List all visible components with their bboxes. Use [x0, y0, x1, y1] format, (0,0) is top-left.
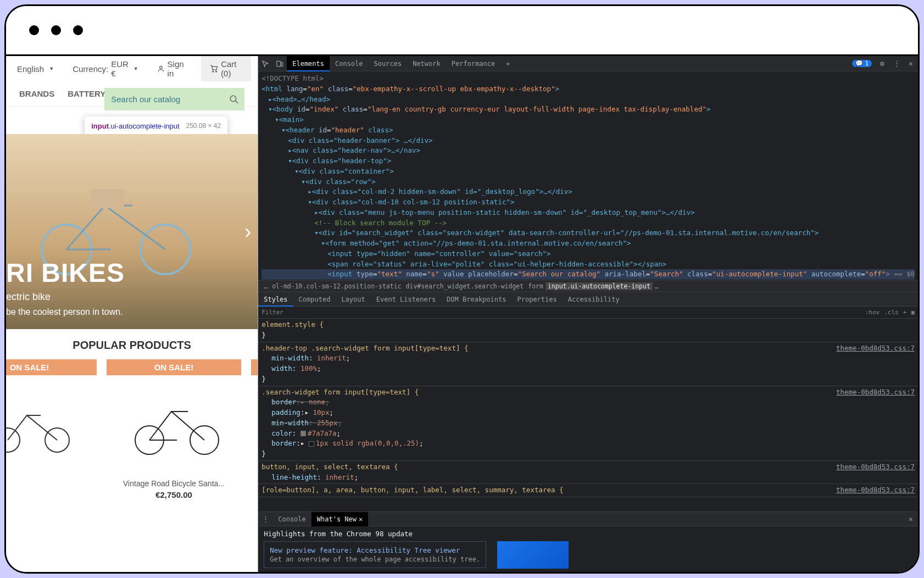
tab-more[interactable]: »	[500, 56, 515, 71]
tooltip-tag: input	[91, 122, 109, 130]
feature-title: New preview feature: Accessibility Tree …	[270, 546, 480, 554]
traffic-light-max[interactable]	[73, 25, 83, 35]
tooltip-class: .ui-autocomplete-input	[109, 122, 180, 130]
hero-banner: RI BIKES ectric bike be the coolest pers…	[6, 134, 258, 329]
window-titlebar	[6, 6, 918, 54]
cart-label: Cart (0)	[221, 59, 242, 78]
styles-tabbar: Styles Computed Layout Event Listeners D…	[258, 292, 918, 307]
product-name: Vintage Road Bicycle Santa...	[251, 479, 258, 488]
tab-properties[interactable]: Properties	[511, 292, 562, 307]
devtools-drawer: ⋮ Console What's New✕ ✕ Highlights from …	[258, 512, 918, 572]
tooltip-dims: 250.08 × 42	[186, 122, 221, 130]
carousel-next-button[interactable]: ›	[244, 220, 251, 243]
tab-computed[interactable]: Computed	[293, 292, 336, 307]
styles-filter-bar: Filter :hov .cls + ▣	[258, 307, 918, 319]
tab-console[interactable]: Console	[330, 56, 369, 71]
devtools-pane: Elements Console Sources Network Perform…	[258, 56, 918, 572]
feature-card[interactable]: New preview feature: Accessibility Tree …	[264, 541, 486, 568]
product-price: €2,750.00	[107, 490, 241, 499]
filter-input[interactable]: Filter	[261, 309, 283, 316]
drawer-close-button[interactable]: ✕	[904, 512, 918, 526]
signin-link[interactable]: Sign in	[153, 56, 191, 81]
hero-tagline: be the coolest person in town.	[6, 307, 123, 317]
tab-accessibility[interactable]: Accessibility	[563, 292, 625, 307]
search-widget	[104, 88, 244, 110]
cart-icon	[210, 63, 218, 74]
search-icon[interactable]	[229, 95, 239, 104]
svg-point-3	[230, 96, 236, 102]
inspect-element-button[interactable]	[258, 57, 272, 71]
product-name: Vintage Road Bicycle Santa...	[107, 479, 241, 488]
tab-sources[interactable]: Sources	[369, 56, 408, 71]
tab-styles[interactable]: Styles	[258, 292, 293, 307]
tab-dombreak[interactable]: DOM Breakpoints	[441, 292, 511, 307]
styles-panel[interactable]: element.style { } theme-0bd8d53.css:7 .h…	[258, 319, 918, 512]
device-toolbar-button[interactable]	[272, 57, 287, 71]
tab-network[interactable]: Network	[407, 56, 446, 71]
source-link[interactable]: theme-0bd8d53.css:7	[836, 343, 915, 354]
product-card[interactable]: ON SALE! Vintage Road Bicycle Santa... €…	[251, 359, 258, 499]
drawer-tab-console[interactable]: Console	[272, 512, 311, 526]
currency-selector[interactable]: Currency: EUR €	[68, 56, 143, 81]
kebab-menu-button[interactable]: ⋮	[889, 57, 904, 71]
whatsnew-heading: Highlights from the Chrome 98 update	[264, 530, 912, 538]
svg-point-0	[159, 66, 162, 69]
sale-badge: ON SALE!	[107, 359, 241, 375]
popular-heading: POPULAR PRODUCTS	[6, 339, 258, 352]
product-card[interactable]: ON SALE! Vintage Road Bicycle Santa... €…	[107, 359, 241, 499]
website-pane: English Currency: EUR € Sign in Cart (0)…	[6, 56, 258, 572]
tab-events[interactable]: Event Listeners	[371, 292, 441, 307]
new-rule-button[interactable]: +	[903, 309, 907, 316]
tab-elements[interactable]: Elements	[287, 56, 330, 71]
hov-toggle[interactable]: :hov	[865, 309, 880, 316]
currency-value: EUR €	[111, 59, 129, 78]
product-price: €1,790.00	[251, 490, 258, 499]
breadcrumb[interactable]: … ol-md-10.col-sm-12.position-static div…	[258, 280, 918, 292]
traffic-light-close[interactable]	[29, 25, 39, 35]
bike-thumb-icon	[6, 393, 76, 454]
dom-tree[interactable]: <!DOCTYPE html> <html lang="en" class="e…	[258, 71, 918, 280]
tab-performance[interactable]: Performance	[446, 56, 500, 71]
close-devtools-button[interactable]: ✕	[904, 57, 918, 71]
cart-link[interactable]: Cart (0)	[201, 56, 251, 81]
traffic-light-min[interactable]	[51, 25, 61, 35]
bike-thumb-icon	[122, 391, 226, 457]
svg-point-2	[215, 71, 216, 72]
drawer-menu-button[interactable]: ⋮	[258, 512, 272, 526]
currency-label: Currency:	[73, 64, 108, 74]
search-input[interactable]	[104, 88, 244, 110]
product-card[interactable]: ON SALE!	[6, 359, 97, 499]
svg-rect-7	[91, 189, 124, 208]
svg-rect-16	[277, 61, 281, 66]
drawer-tab-whatsnew[interactable]: What's New✕	[311, 512, 368, 526]
feature-desc: Get an overview of the whole page access…	[270, 555, 480, 563]
source-link[interactable]: theme-0bd8d53.css:7	[836, 485, 915, 496]
user-icon	[157, 64, 165, 74]
hero-subtitle: ectric bike	[6, 291, 51, 303]
top-utility-bar: English Currency: EUR € Sign in Cart (0)	[6, 56, 258, 81]
source-link[interactable]: theme-0bd8d53.css:7	[836, 462, 915, 473]
sale-badge: ON SALE!	[6, 359, 97, 375]
dom-selected-node[interactable]: <input type="text" name="s" value placeh…	[261, 269, 915, 280]
devtools-tabbar: Elements Console Sources Network Perform…	[258, 56, 918, 71]
svg-line-4	[235, 101, 238, 103]
settings-button[interactable]: ⚙	[875, 57, 889, 71]
box-model-icon[interactable]: ▣	[911, 309, 915, 316]
source-link[interactable]: theme-0bd8d53.css:7	[836, 387, 915, 398]
issues-badge[interactable]: 💬1	[852, 60, 872, 67]
cls-toggle[interactable]: .cls	[884, 309, 899, 316]
signin-label: Sign in	[168, 59, 187, 78]
nav-battery[interactable]: BATTERY	[68, 89, 105, 98]
close-icon[interactable]: ✕	[359, 512, 363, 526]
product-row: ON SALE! ON SALE! Vintage Road Bicycle S…	[6, 359, 258, 499]
svg-point-1	[213, 71, 214, 72]
language-selector[interactable]: English	[13, 56, 58, 81]
hero-title: RI BIKES	[6, 258, 125, 288]
svg-rect-17	[281, 62, 283, 66]
feature-graphic	[497, 541, 569, 569]
sale-badge: ON SALE!	[251, 359, 258, 375]
tab-layout[interactable]: Layout	[336, 292, 370, 307]
nav-brands[interactable]: BRANDS	[19, 89, 54, 98]
